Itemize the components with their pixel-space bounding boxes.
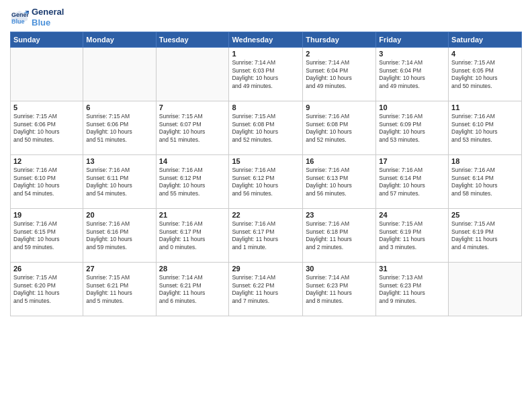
calendar-cell: 11Sunrise: 7:16 AM Sunset: 6:10 PM Dayli… [449,101,522,155]
calendar-cell: 21Sunrise: 7:16 AM Sunset: 6:17 PM Dayli… [156,209,229,263]
cell-content: Sunrise: 7:16 AM Sunset: 6:16 PM Dayligh… [86,220,152,251]
calendar-cell: 4Sunrise: 7:15 AM Sunset: 6:05 PM Daylig… [449,48,522,101]
calendar-cell: 19Sunrise: 7:16 AM Sunset: 6:15 PM Dayli… [11,209,83,263]
cell-content: Sunrise: 7:14 AM Sunset: 6:04 PM Dayligh… [379,59,445,90]
day-number: 10 [379,103,445,111]
svg-text:Blue: Blue [11,18,25,25]
day-number: 1 [232,50,300,58]
day-number: 28 [159,265,226,273]
day-number: 7 [159,103,226,111]
cell-content: Sunrise: 7:14 AM Sunset: 6:04 PM Dayligh… [306,59,373,90]
day-number: 29 [232,265,300,273]
cell-content: Sunrise: 7:14 AM Sunset: 6:21 PM Dayligh… [159,274,226,305]
calendar-cell: 13Sunrise: 7:16 AM Sunset: 6:11 PM Dayli… [83,155,156,209]
cell-content: Sunrise: 7:15 AM Sunset: 6:07 PM Dayligh… [159,113,226,144]
day-number: 23 [306,211,373,219]
calendar-cell [449,263,522,316]
cell-content: Sunrise: 7:16 AM Sunset: 6:14 PM Dayligh… [451,167,519,197]
weekday-header-sunday: Sunday [11,32,83,48]
day-number: 24 [379,211,445,219]
week-row-3: 19Sunrise: 7:16 AM Sunset: 6:15 PM Dayli… [11,209,522,263]
day-number: 6 [86,103,152,111]
calendar-cell: 17Sunrise: 7:16 AM Sunset: 6:14 PM Dayli… [376,155,449,209]
cell-content: Sunrise: 7:16 AM Sunset: 6:13 PM Dayligh… [306,167,373,197]
cell-content: Sunrise: 7:16 AM Sunset: 6:17 PM Dayligh… [159,220,226,251]
header: General Blue General Blue [10,7,522,28]
calendar-cell: 27Sunrise: 7:15 AM Sunset: 6:21 PM Dayli… [83,263,156,316]
weekday-header-wednesday: Wednesday [229,32,303,48]
cell-content: Sunrise: 7:16 AM Sunset: 6:09 PM Dayligh… [379,113,445,144]
cell-content: Sunrise: 7:15 AM Sunset: 6:20 PM Dayligh… [13,274,80,305]
cell-content: Sunrise: 7:16 AM Sunset: 6:18 PM Dayligh… [306,220,373,251]
cell-content: Sunrise: 7:15 AM Sunset: 6:19 PM Dayligh… [451,220,519,251]
day-number: 4 [451,50,519,58]
day-number: 5 [13,103,80,111]
day-number: 27 [86,265,152,273]
day-number: 13 [86,157,152,165]
day-number: 30 [306,265,373,273]
cell-content: Sunrise: 7:16 AM Sunset: 6:10 PM Dayligh… [13,167,80,197]
cell-content: Sunrise: 7:14 AM Sunset: 6:22 PM Dayligh… [232,274,300,305]
cell-content: Sunrise: 7:13 AM Sunset: 6:23 PM Dayligh… [379,274,445,305]
cell-content: Sunrise: 7:16 AM Sunset: 6:17 PM Dayligh… [232,220,300,251]
cell-content: Sunrise: 7:16 AM Sunset: 6:11 PM Dayligh… [86,167,152,197]
calendar-cell: 10Sunrise: 7:16 AM Sunset: 6:09 PM Dayli… [376,101,449,155]
day-number: 11 [451,103,519,111]
cell-content: Sunrise: 7:14 AM Sunset: 6:23 PM Dayligh… [306,274,373,305]
logo-text: General Blue [32,7,64,28]
cell-content: Sunrise: 7:15 AM Sunset: 6:08 PM Dayligh… [232,113,300,144]
calendar-cell: 25Sunrise: 7:15 AM Sunset: 6:19 PM Dayli… [449,209,522,263]
cell-content: Sunrise: 7:15 AM Sunset: 6:19 PM Dayligh… [379,220,445,251]
calendar-cell: 5Sunrise: 7:15 AM Sunset: 6:06 PM Daylig… [11,101,83,155]
calendar-cell: 6Sunrise: 7:15 AM Sunset: 6:06 PM Daylig… [83,101,156,155]
logo-icon: General Blue [10,8,29,27]
weekday-header-friday: Friday [376,32,449,48]
week-row-2: 12Sunrise: 7:16 AM Sunset: 6:10 PM Dayli… [11,155,522,209]
cell-content: Sunrise: 7:15 AM Sunset: 6:05 PM Dayligh… [451,59,519,90]
week-row-0: 1Sunrise: 7:14 AM Sunset: 6:03 PM Daylig… [11,48,522,101]
calendar-cell: 23Sunrise: 7:16 AM Sunset: 6:18 PM Dayli… [303,209,376,263]
cell-content: Sunrise: 7:16 AM Sunset: 6:14 PM Dayligh… [379,167,445,197]
calendar-cell: 3Sunrise: 7:14 AM Sunset: 6:04 PM Daylig… [376,48,449,101]
day-number: 15 [232,157,300,165]
logo: General Blue General Blue [10,7,64,28]
weekday-header-saturday: Saturday [449,32,522,48]
cell-content: Sunrise: 7:16 AM Sunset: 6:12 PM Dayligh… [232,167,300,197]
calendar-cell: 15Sunrise: 7:16 AM Sunset: 6:12 PM Dayli… [229,155,303,209]
calendar-cell: 24Sunrise: 7:15 AM Sunset: 6:19 PM Dayli… [376,209,449,263]
cell-content: Sunrise: 7:16 AM Sunset: 6:12 PM Dayligh… [159,167,226,197]
day-number: 17 [379,157,445,165]
day-number: 14 [159,157,226,165]
calendar-cell: 22Sunrise: 7:16 AM Sunset: 6:17 PM Dayli… [229,209,303,263]
week-row-1: 5Sunrise: 7:15 AM Sunset: 6:06 PM Daylig… [11,101,522,155]
cell-content: Sunrise: 7:15 AM Sunset: 6:06 PM Dayligh… [86,113,152,144]
day-number: 2 [306,50,373,58]
day-number: 12 [13,157,80,165]
calendar-cell: 26Sunrise: 7:15 AM Sunset: 6:20 PM Dayli… [11,263,83,316]
day-number: 26 [13,265,80,273]
cell-content: Sunrise: 7:16 AM Sunset: 6:15 PM Dayligh… [13,220,80,251]
calendar-cell: 18Sunrise: 7:16 AM Sunset: 6:14 PM Dayli… [449,155,522,209]
weekday-header-tuesday: Tuesday [156,32,229,48]
calendar-cell: 12Sunrise: 7:16 AM Sunset: 6:10 PM Dayli… [11,155,83,209]
day-number: 19 [13,211,80,219]
day-number: 25 [451,211,519,219]
cell-content: Sunrise: 7:14 AM Sunset: 6:03 PM Dayligh… [232,59,300,90]
calendar-cell: 2Sunrise: 7:14 AM Sunset: 6:04 PM Daylig… [303,48,376,101]
calendar-cell: 31Sunrise: 7:13 AM Sunset: 6:23 PM Dayli… [376,263,449,316]
main-container: General Blue General Blue SundayMondayTu… [0,0,532,323]
calendar-cell: 16Sunrise: 7:16 AM Sunset: 6:13 PM Dayli… [303,155,376,209]
day-number: 8 [232,103,300,111]
calendar-cell: 29Sunrise: 7:14 AM Sunset: 6:22 PM Dayli… [229,263,303,316]
cell-content: Sunrise: 7:16 AM Sunset: 6:10 PM Dayligh… [451,113,519,144]
day-number: 31 [379,265,445,273]
day-number: 3 [379,50,445,58]
calendar-cell: 30Sunrise: 7:14 AM Sunset: 6:23 PM Dayli… [303,263,376,316]
cell-content: Sunrise: 7:15 AM Sunset: 6:21 PM Dayligh… [86,274,152,305]
cell-content: Sunrise: 7:15 AM Sunset: 6:06 PM Dayligh… [13,113,80,144]
calendar: SundayMondayTuesdayWednesdayThursdayFrid… [10,32,522,316]
calendar-cell: 7Sunrise: 7:15 AM Sunset: 6:07 PM Daylig… [156,101,229,155]
day-number: 9 [306,103,373,111]
calendar-cell [11,48,83,101]
calendar-cell [83,48,156,101]
